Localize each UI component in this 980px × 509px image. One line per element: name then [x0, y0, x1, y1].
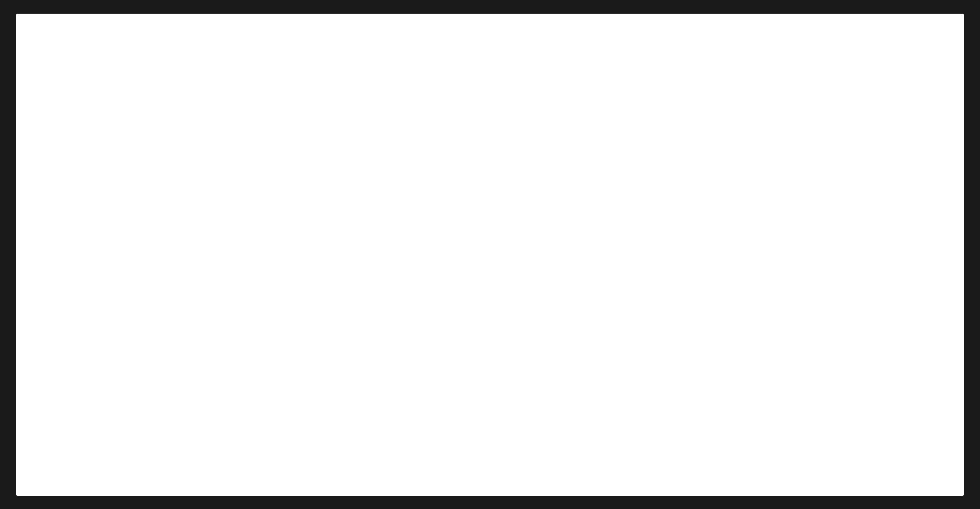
org-chart [16, 14, 964, 496]
